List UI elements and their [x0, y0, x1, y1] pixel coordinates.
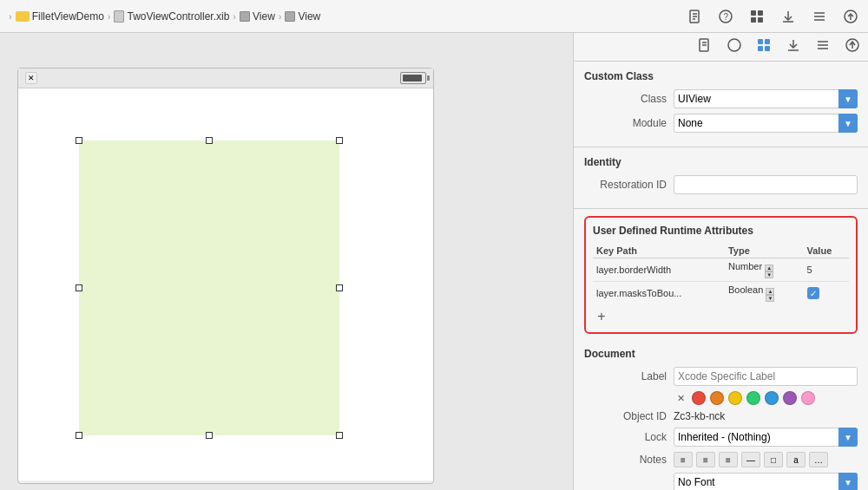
stepper-up-0[interactable]: ▲ — [765, 265, 773, 271]
notes-align-right[interactable]: ≡ — [719, 452, 738, 467]
object-id-value: Zc3-kb-nck — [674, 410, 725, 422]
panel-icon-download[interactable] — [786, 38, 800, 56]
green-view[interactable] — [79, 140, 339, 435]
svg-rect-23 — [758, 46, 763, 51]
window-frame: ✕ — [17, 68, 434, 484]
breadcrumb-label-1: TwoViewController.xib — [127, 10, 229, 23]
panel-icon-list[interactable] — [816, 38, 830, 56]
font-select-wrapper: No Font ▼ — [674, 473, 858, 490]
canvas-area: ✕ — [0, 33, 573, 490]
breadcrumb-label-3: View — [298, 10, 320, 23]
doc-icon[interactable] — [686, 8, 703, 25]
font-select[interactable]: No Font — [674, 473, 858, 490]
breadcrumb-sep-3: › — [279, 11, 282, 22]
document-title: Document — [584, 348, 858, 360]
stepper-up-1[interactable]: ▲ — [766, 288, 774, 295]
udra-stepper-0[interactable]: ▲ ▼ — [765, 265, 773, 278]
notes-toolbar: ≡ ≡ ≡ — □ a … — [674, 452, 828, 467]
notes-align-center[interactable]: ≡ — [696, 452, 715, 467]
breadcrumb-item-view2[interactable]: View — [285, 10, 320, 23]
color-green[interactable] — [746, 391, 760, 405]
handle-bl[interactable] — [76, 432, 82, 439]
breadcrumb-item-view1[interactable]: View — [240, 10, 275, 23]
view-icon-2 — [285, 11, 295, 22]
color-red[interactable] — [692, 391, 706, 405]
svg-text:?: ? — [724, 12, 729, 22]
udra-type-label-1: Boolean — [728, 284, 763, 295]
breadcrumb-sep: › — [9, 11, 12, 22]
breadcrumb-label-0: FilletViewDemo — [32, 10, 104, 23]
udra-table: Key Path Type Value layer.borderWidth Nu… — [593, 244, 849, 304]
panel-icon-grid[interactable] — [757, 38, 771, 56]
identity-title: Identity — [584, 156, 858, 168]
color-pink[interactable] — [801, 391, 815, 405]
panel-icon-arrow[interactable] — [845, 38, 859, 56]
boolean-checkbox[interactable]: ✓ — [807, 287, 819, 299]
notes-dash[interactable]: — — [741, 452, 760, 467]
breadcrumb-label-2: View — [253, 10, 275, 23]
handle-bm[interactable] — [206, 432, 213, 439]
lock-select[interactable]: Inherited - (Nothing) — [674, 428, 858, 447]
handle-tm[interactable] — [206, 137, 213, 144]
add-attribute-button[interactable]: + — [593, 308, 610, 325]
main-content: ✕ — [0, 33, 868, 490]
panel-top-icons — [574, 33, 868, 62]
panel-icon-question[interactable] — [727, 38, 741, 56]
question-icon[interactable]: ? — [717, 8, 734, 25]
grid-icon[interactable] — [748, 8, 766, 25]
notes-rect[interactable]: □ — [764, 452, 783, 467]
breadcrumb-item-xib[interactable]: TwoViewController.xib — [114, 10, 229, 23]
view-icon-1 — [240, 11, 250, 22]
handle-tr[interactable] — [336, 137, 343, 144]
udra-container: User Defined Runtime Attributes Key Path… — [574, 209, 868, 341]
color-palette: ✕ — [674, 391, 815, 405]
window-body — [18, 88, 433, 480]
list-icon[interactable] — [811, 8, 828, 25]
notes-text[interactable]: a — [786, 452, 806, 467]
col-value: Value — [804, 244, 849, 258]
color-purple[interactable] — [783, 391, 797, 405]
breadcrumb-item-filletviewdemo[interactable]: FilletViewDemo — [16, 10, 104, 23]
color-x-button[interactable]: ✕ — [674, 391, 687, 405]
handle-mr[interactable] — [336, 284, 343, 291]
right-panel: Custom Class Class UIView ▼ Module None … — [573, 33, 868, 490]
handle-br[interactable] — [336, 432, 343, 439]
handle-tl[interactable] — [76, 137, 82, 144]
svg-rect-22 — [765, 39, 770, 44]
color-blue[interactable] — [765, 391, 779, 405]
class-select[interactable]: UIView — [674, 89, 858, 108]
color-orange[interactable] — [710, 391, 724, 405]
color-row: ✕ — [584, 391, 858, 405]
download-icon[interactable] — [779, 8, 797, 25]
color-yellow[interactable] — [728, 391, 742, 405]
label-label: Label — [584, 370, 667, 382]
udra-value-0: 5 — [804, 258, 849, 282]
object-id-label: Object ID — [584, 410, 667, 422]
arrow-icon[interactable] — [842, 8, 859, 25]
panel-icon-doc[interactable] — [698, 38, 712, 56]
restoration-id-input[interactable] — [674, 175, 858, 194]
handle-ml[interactable] — [76, 284, 82, 291]
label-input[interactable] — [674, 367, 858, 386]
custom-class-title: Custom Class — [584, 70, 858, 82]
class-select-wrapper: UIView ▼ — [674, 89, 858, 108]
udra-key-path-1: layer.masksToBou... — [593, 282, 725, 305]
stepper-down-1[interactable]: ▼ — [766, 295, 774, 302]
window-close-button[interactable]: ✕ — [25, 72, 37, 84]
breadcrumb-sep-2: › — [233, 11, 236, 22]
svg-rect-21 — [758, 39, 763, 44]
udra-row-1: layer.masksToBou... Boolean ▲ ▼ ✓ — [593, 282, 849, 305]
module-field-row: Module None ▼ — [584, 114, 858, 133]
restoration-id-label: Restoration ID — [584, 179, 667, 191]
class-field-row: Class UIView ▼ — [584, 89, 858, 108]
window-titlebar: ✕ — [18, 69, 433, 88]
module-select[interactable]: None — [674, 114, 858, 133]
udra-type-label-0: Number — [728, 261, 762, 271]
folder-icon — [16, 11, 30, 22]
svg-rect-7 — [758, 10, 763, 16]
notes-more[interactable]: … — [809, 452, 828, 467]
notes-align-left[interactable]: ≡ — [674, 452, 693, 467]
breadcrumb-sep-1: › — [108, 11, 111, 22]
stepper-down-0[interactable]: ▼ — [765, 271, 773, 278]
udra-stepper-1[interactable]: ▲ ▼ — [766, 288, 774, 302]
